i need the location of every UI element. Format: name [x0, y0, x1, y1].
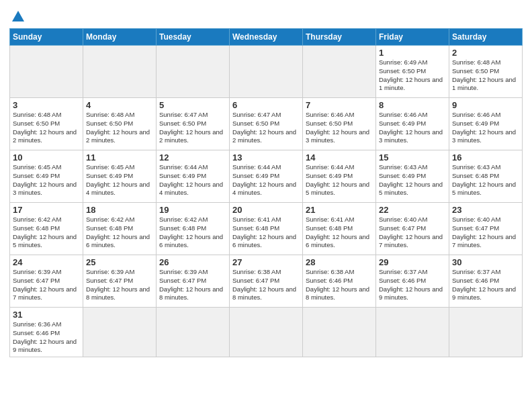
calendar-cell: 20Sunrise: 6:41 AM Sunset: 6:48 PM Dayli…: [230, 203, 303, 255]
calendar-cell: [376, 308, 449, 357]
day-info: Sunrise: 6:38 AM Sunset: 6:47 PM Dayligh…: [232, 268, 300, 302]
day-info: Sunrise: 6:39 AM Sunset: 6:47 PM Dayligh…: [159, 268, 226, 302]
date-number: 25: [86, 257, 153, 267]
calendar-cell: 30Sunrise: 6:37 AM Sunset: 6:46 PM Dayli…: [449, 255, 523, 308]
day-header-thursday: Thursday: [303, 29, 376, 46]
day-info: Sunrise: 6:40 AM Sunset: 6:47 PM Dayligh…: [379, 216, 446, 250]
day-info: Sunrise: 6:48 AM Sunset: 6:50 PM Dayligh…: [452, 58, 519, 93]
calendar-cell: 6Sunrise: 6:47 AM Sunset: 6:50 PM Daylig…: [230, 98, 303, 150]
calendar-cell: 14Sunrise: 6:44 AM Sunset: 6:49 PM Dayli…: [303, 150, 376, 203]
calendar-cell: [83, 308, 157, 357]
date-number: 22: [379, 205, 446, 215]
calendar-cell: [157, 46, 230, 98]
calendar-cell: 31Sunrise: 6:36 AM Sunset: 6:46 PM Dayli…: [10, 308, 83, 357]
calendar-cell: 7Sunrise: 6:46 AM Sunset: 6:50 PM Daylig…: [303, 98, 376, 150]
day-info: Sunrise: 6:48 AM Sunset: 6:50 PM Dayligh…: [13, 111, 80, 145]
logo-icon: [11, 9, 26, 24]
day-header-friday: Friday: [376, 29, 449, 46]
calendar-cell: 26Sunrise: 6:39 AM Sunset: 6:47 PM Dayli…: [157, 255, 230, 308]
calendar-cell: 5Sunrise: 6:47 AM Sunset: 6:50 PM Daylig…: [157, 98, 230, 150]
date-number: 18: [86, 205, 153, 215]
day-info: Sunrise: 6:46 AM Sunset: 6:49 PM Dayligh…: [379, 111, 446, 145]
day-info: Sunrise: 6:42 AM Sunset: 6:48 PM Dayligh…: [159, 216, 226, 250]
day-info: Sunrise: 6:46 AM Sunset: 6:49 PM Dayligh…: [452, 111, 519, 145]
calendar-cell: 11Sunrise: 6:45 AM Sunset: 6:49 PM Dayli…: [83, 150, 157, 203]
calendar-cell: 16Sunrise: 6:43 AM Sunset: 6:48 PM Dayli…: [449, 150, 523, 203]
day-info: Sunrise: 6:39 AM Sunset: 6:47 PM Dayligh…: [13, 268, 80, 302]
day-info: Sunrise: 6:37 AM Sunset: 6:46 PM Dayligh…: [452, 268, 519, 302]
day-info: Sunrise: 6:36 AM Sunset: 6:46 PM Dayligh…: [13, 320, 80, 355]
calendar-cell: 3Sunrise: 6:48 AM Sunset: 6:50 PM Daylig…: [10, 98, 83, 150]
calendar-cell: [230, 46, 303, 98]
day-header-wednesday: Wednesday: [230, 29, 303, 46]
date-number: 7: [306, 100, 373, 110]
day-header-monday: Monday: [83, 29, 157, 46]
calendar-cell: [449, 308, 523, 357]
calendar-week-2: 3Sunrise: 6:48 AM Sunset: 6:50 PM Daylig…: [10, 98, 523, 150]
date-number: 1: [379, 48, 446, 58]
page: SundayMondayTuesdayWednesdayThursdayFrid…: [0, 0, 532, 411]
date-number: 16: [452, 152, 519, 163]
logo: [9, 9, 26, 24]
calendar-cell: 19Sunrise: 6:42 AM Sunset: 6:48 PM Dayli…: [157, 203, 230, 255]
day-info: Sunrise: 6:44 AM Sunset: 6:49 PM Dayligh…: [306, 163, 373, 197]
calendar-week-1: 1Sunrise: 6:49 AM Sunset: 6:50 PM Daylig…: [10, 46, 523, 98]
day-info: Sunrise: 6:47 AM Sunset: 6:50 PM Dayligh…: [232, 111, 300, 145]
date-number: 24: [13, 257, 80, 267]
date-number: 8: [379, 100, 446, 110]
date-number: 23: [452, 205, 519, 215]
day-info: Sunrise: 6:44 AM Sunset: 6:49 PM Dayligh…: [159, 163, 226, 197]
date-number: 9: [452, 100, 519, 110]
day-info: Sunrise: 6:40 AM Sunset: 6:47 PM Dayligh…: [452, 216, 519, 250]
day-header-saturday: Saturday: [449, 29, 523, 46]
date-number: 12: [159, 152, 226, 163]
calendar-cell: 13Sunrise: 6:44 AM Sunset: 6:49 PM Dayli…: [230, 150, 303, 203]
calendar-cell: 8Sunrise: 6:46 AM Sunset: 6:49 PM Daylig…: [376, 98, 449, 150]
date-number: 30: [452, 257, 519, 267]
calendar-cell: 24Sunrise: 6:39 AM Sunset: 6:47 PM Dayli…: [10, 255, 83, 308]
date-number: 3: [13, 100, 80, 110]
calendar-week-6: 31Sunrise: 6:36 AM Sunset: 6:46 PM Dayli…: [10, 308, 523, 357]
day-header-sunday: Sunday: [10, 29, 83, 46]
day-info: Sunrise: 6:47 AM Sunset: 6:50 PM Dayligh…: [159, 111, 226, 145]
calendar-cell: 29Sunrise: 6:37 AM Sunset: 6:46 PM Dayli…: [376, 255, 449, 308]
date-number: 4: [86, 100, 153, 110]
date-number: 21: [306, 205, 373, 215]
calendar-cell: 25Sunrise: 6:39 AM Sunset: 6:47 PM Dayli…: [83, 255, 157, 308]
day-info: Sunrise: 6:39 AM Sunset: 6:47 PM Dayligh…: [86, 268, 153, 302]
date-number: 31: [13, 310, 80, 320]
date-number: 6: [232, 100, 300, 110]
calendar-cell: [303, 308, 376, 357]
day-info: Sunrise: 6:43 AM Sunset: 6:49 PM Dayligh…: [379, 163, 446, 197]
date-number: 13: [232, 152, 300, 163]
calendar-week-5: 24Sunrise: 6:39 AM Sunset: 6:47 PM Dayli…: [10, 255, 523, 308]
date-number: 15: [379, 152, 446, 163]
date-number: 19: [159, 205, 226, 215]
day-info: Sunrise: 6:48 AM Sunset: 6:50 PM Dayligh…: [86, 111, 153, 145]
day-info: Sunrise: 6:42 AM Sunset: 6:48 PM Dayligh…: [86, 216, 153, 250]
day-info: Sunrise: 6:44 AM Sunset: 6:49 PM Dayligh…: [232, 163, 300, 197]
date-number: 14: [306, 152, 373, 163]
calendar-cell: 17Sunrise: 6:42 AM Sunset: 6:48 PM Dayli…: [10, 203, 83, 255]
calendar-week-3: 10Sunrise: 6:45 AM Sunset: 6:49 PM Dayli…: [10, 150, 523, 203]
calendar-cell: 22Sunrise: 6:40 AM Sunset: 6:47 PM Dayli…: [376, 203, 449, 255]
date-number: 11: [86, 152, 153, 163]
calendar-cell: [230, 308, 303, 357]
calendar: SundayMondayTuesdayWednesdayThursdayFrid…: [9, 28, 523, 357]
calendar-week-4: 17Sunrise: 6:42 AM Sunset: 6:48 PM Dayli…: [10, 203, 523, 255]
calendar-cell: [83, 46, 157, 98]
day-info: Sunrise: 6:45 AM Sunset: 6:49 PM Dayligh…: [86, 163, 153, 197]
calendar-cell: [303, 46, 376, 98]
logo-area: [9, 7, 26, 24]
calendar-cell: [157, 308, 230, 357]
date-number: 28: [306, 257, 373, 267]
calendar-cell: [10, 46, 83, 98]
calendar-cell: 27Sunrise: 6:38 AM Sunset: 6:47 PM Dayli…: [230, 255, 303, 308]
day-info: Sunrise: 6:41 AM Sunset: 6:48 PM Dayligh…: [306, 216, 373, 250]
date-number: 27: [232, 257, 300, 267]
day-info: Sunrise: 6:43 AM Sunset: 6:48 PM Dayligh…: [452, 163, 519, 197]
date-number: 20: [232, 205, 300, 215]
date-number: 17: [13, 205, 80, 215]
calendar-cell: 9Sunrise: 6:46 AM Sunset: 6:49 PM Daylig…: [449, 98, 523, 150]
date-number: 2: [452, 48, 519, 58]
